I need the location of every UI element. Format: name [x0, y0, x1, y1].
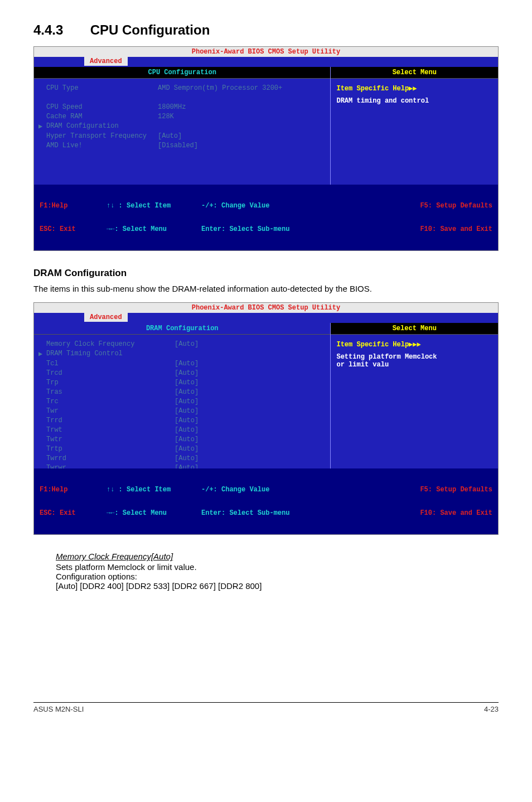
- bios-row[interactable]: Trrd[Auto]: [38, 417, 326, 424]
- row-value: [Auto]: [175, 340, 326, 348]
- row-value: [Auto]: [175, 455, 326, 462]
- submenu-arrow-icon: [38, 379, 46, 386]
- bios-row[interactable]: Twrrd[Auto]: [38, 455, 326, 462]
- help-item-text-2: Item Specific Help: [336, 341, 409, 349]
- cpu-rows-container: CPU TypeAMD Sempron(tm) Processor 3200+ …: [34, 79, 330, 185]
- submenu-arrow-icon: [38, 360, 46, 368]
- submenu-arrow-icon: ▶: [38, 122, 46, 131]
- submenu-arrow-icon: [38, 398, 46, 405]
- help-text-2b: or limit valu: [336, 361, 492, 369]
- submenu-arrow-icon: [38, 436, 46, 443]
- bios-row[interactable]: ▶DRAM Timing Control: [38, 350, 326, 358]
- bios-row[interactable]: Tcl[Auto]: [38, 360, 326, 368]
- bios-right-panel-2: Select Menu Item Specific Help▶▶▶ Settin…: [331, 323, 498, 468]
- row-label: Tcl: [46, 360, 175, 368]
- bios-row[interactable]: Memory Clock Frequency[Auto]: [38, 340, 326, 348]
- row-value: [Auto]: [175, 360, 326, 368]
- foot-f1: F1:Help: [40, 202, 67, 210]
- submenu-arrow-icon: [38, 407, 46, 415]
- row-label: Trp: [46, 379, 175, 386]
- row-label: [46, 94, 158, 102]
- help-arrows-icon-2: ▶▶▶: [409, 341, 421, 349]
- bios-row[interactable]: Twtr[Auto]: [38, 436, 326, 443]
- submenu-arrow-icon: [38, 84, 46, 92]
- row-label: Hyper Transport Frequency: [46, 132, 158, 140]
- submenu-arrow-icon: [38, 445, 46, 453]
- bios-row[interactable]: CPU TypeAMD Sempron(tm) Processor 3200+: [38, 84, 326, 92]
- row-label: Cache RAM: [46, 113, 158, 120]
- foot-f1-2: F1:Help: [40, 486, 67, 494]
- bios-title: Phoenix-Award BIOS CMOS Setup Utility: [34, 47, 498, 57]
- submenu-arrow-icon: ▶: [38, 350, 46, 358]
- mem-line2: Configuration options:: [56, 572, 499, 581]
- bios-row[interactable]: [38, 94, 326, 102]
- bios-left-panel: CPU Configuration CPU TypeAMD Sempron(tm…: [34, 67, 331, 185]
- mem-line3: [Auto] [DDR2 400] [DDR2 533] [DDR2 667] …: [56, 581, 499, 591]
- row-value: [Auto]: [175, 379, 326, 386]
- row-label: Memory Clock Frequency: [46, 340, 175, 348]
- row-value: [Auto]: [175, 407, 326, 415]
- bios-columns-2: DRAM Configuration Memory Clock Frequenc…: [34, 323, 498, 468]
- bios-row[interactable]: Trtp[Auto]: [38, 445, 326, 453]
- row-label: Twr: [46, 407, 175, 415]
- row-label: Tras: [46, 388, 175, 396]
- help-text-2a: Setting platform Memclock: [336, 353, 492, 361]
- bios-row[interactable]: CPU Speed1800MHz: [38, 103, 326, 111]
- row-value: [Auto]: [175, 426, 326, 434]
- bios-row[interactable]: Cache RAM128K: [38, 113, 326, 120]
- submenu-arrow-icon: [38, 340, 46, 348]
- tab-advanced[interactable]: Advanced: [84, 57, 128, 66]
- bios-title-2: Phoenix-Award BIOS CMOS Setup Utility: [34, 303, 498, 313]
- bios-row[interactable]: Trcd[Auto]: [38, 369, 326, 377]
- help-panel: Item Specific Help▶▶ DRAM timing and con…: [331, 79, 498, 185]
- bios-footer: F1:Help ESC: Exit ↑↓ : Select Item →←: S…: [34, 185, 498, 250]
- right-header: Select Menu: [331, 67, 498, 79]
- section-heading: 4.4.3 CPU Configuration: [33, 22, 499, 38]
- submenu-arrow-icon: [38, 464, 46, 468]
- row-label: AMD Live!: [46, 142, 158, 149]
- bios-row[interactable]: AMD Live![Disabled]: [38, 142, 326, 149]
- foot-updown: ↑↓ : Select Item: [107, 202, 171, 210]
- row-label: CPU Speed: [46, 103, 158, 111]
- bios-row[interactable]: Twr[Auto]: [38, 407, 326, 415]
- bios-row[interactable]: ▶DRAM Configuration: [38, 122, 326, 131]
- row-value: [Auto]: [175, 436, 326, 443]
- row-value: [Auto]: [175, 369, 326, 377]
- row-value: [175, 350, 326, 358]
- bios-columns: CPU Configuration CPU TypeAMD Sempron(tm…: [34, 67, 498, 185]
- right-header-2: Select Menu: [331, 323, 498, 335]
- row-label: DRAM Configuration: [46, 122, 158, 131]
- mem-line1: Sets platform Memclock or limit value.: [56, 562, 499, 572]
- foot-enter-2: Enter: Select Sub-menu: [201, 509, 289, 517]
- bios-row[interactable]: Tras[Auto]: [38, 388, 326, 396]
- row-value: [Auto]: [175, 417, 326, 424]
- submenu-arrow-icon: [38, 388, 46, 396]
- bios-row[interactable]: Trwt[Auto]: [38, 426, 326, 434]
- row-value: [Auto]: [175, 445, 326, 453]
- footer-right: 4-23: [484, 705, 499, 713]
- row-label: Trtp: [46, 445, 175, 453]
- row-label: Trcd: [46, 369, 175, 377]
- dram-text: The items in this sub-menu show the DRAM…: [33, 283, 499, 294]
- left-header: CPU Configuration: [34, 67, 330, 79]
- row-label: DRAM Timing Control: [46, 350, 175, 358]
- submenu-arrow-icon: [38, 142, 46, 149]
- bios-row[interactable]: Twrwr[Auto]: [38, 464, 326, 468]
- left-header-2: DRAM Configuration: [34, 323, 330, 335]
- row-value: [Auto]: [175, 388, 326, 396]
- help-arrows-icon: ▶▶: [409, 85, 417, 93]
- bios-row[interactable]: Trp[Auto]: [38, 379, 326, 386]
- help-item-title-2: Item Specific Help▶▶▶: [336, 340, 492, 349]
- bios-row[interactable]: Hyper Transport Frequency[Auto]: [38, 132, 326, 140]
- tab-advanced-2[interactable]: Advanced: [84, 313, 128, 322]
- foot-leftright-2: →←: Select Menu: [107, 509, 167, 517]
- section-number: 4.4.3: [33, 22, 86, 38]
- row-value: [Disabled]: [158, 142, 326, 149]
- row-value: 1800MHz: [158, 103, 326, 111]
- bios-row[interactable]: Trc[Auto]: [38, 398, 326, 405]
- tab-bar-2: Advanced: [34, 313, 498, 323]
- submenu-arrow-icon: [38, 455, 46, 462]
- submenu-arrow-icon: [38, 132, 46, 140]
- bios-dram-panel: Phoenix-Award BIOS CMOS Setup Utility Ad…: [33, 302, 499, 535]
- submenu-arrow-icon: [38, 417, 46, 424]
